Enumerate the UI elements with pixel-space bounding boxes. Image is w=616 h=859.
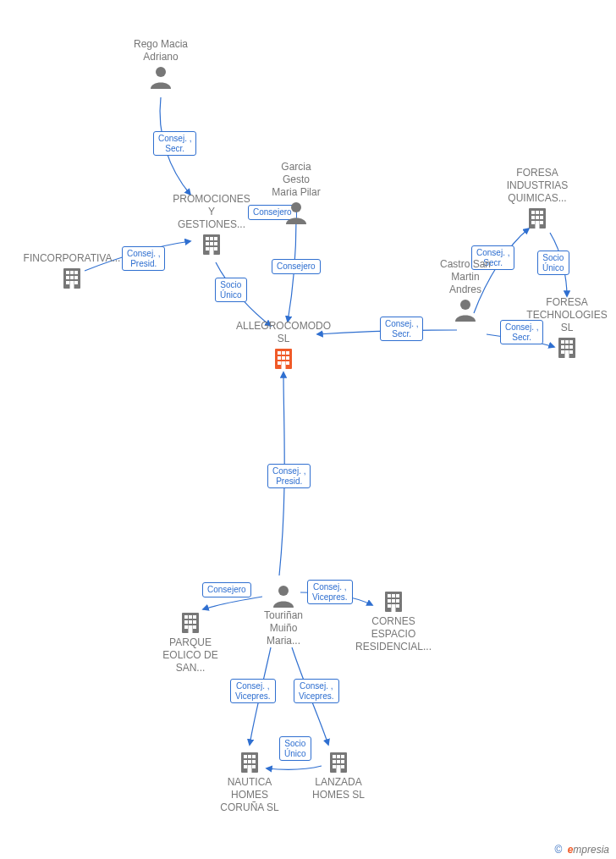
edge-label-rego-promo: Consej. , Secr. bbox=[153, 131, 196, 156]
diagram-canvas: Consej. , Secr. Consejero Consejero Cons… bbox=[0, 0, 616, 859]
node-garcia-gesto[interactable]: Garcia Gesto Maria Pilar bbox=[258, 161, 334, 226]
node-label: Rego Macia Adriano bbox=[118, 38, 203, 63]
node-label: ALLEGROCOMODO SL bbox=[220, 320, 347, 345]
node-allegrocomodo[interactable]: ALLEGROCOMODO SL bbox=[220, 320, 347, 372]
node-label: Touriñan Muiño Maria... bbox=[245, 609, 322, 647]
edge-label-tourinan-nautica: Consej. , Vicepres. bbox=[230, 679, 276, 703]
edge-label-tourinan-parque: Consejero bbox=[202, 582, 251, 597]
copyright-symbol: © bbox=[554, 844, 562, 856]
node-label: PARQUE EOLICO DE SAN... bbox=[148, 636, 233, 675]
edge-label-foresaind-tech: Socio Único bbox=[537, 251, 569, 275]
edge-label-castro-allegro: Consej. , Secr. bbox=[380, 317, 423, 341]
edge-label-promo-allegro: Socio Único bbox=[215, 278, 247, 302]
person-icon bbox=[272, 584, 295, 608]
node-tourinan-muino[interactable]: Touriñan Muiño Maria... bbox=[245, 582, 322, 647]
person-icon bbox=[454, 298, 477, 322]
person-icon bbox=[149, 65, 173, 89]
company-icon bbox=[555, 336, 579, 360]
company-icon bbox=[238, 751, 261, 774]
node-nautica-homes[interactable]: NAUTICA HOMES CORUÑA SL bbox=[207, 749, 292, 814]
node-label: Castro San Martin Andres bbox=[427, 258, 503, 296]
node-cornes-espacio[interactable]: CORNES ESPACIO RESIDENCIAL... bbox=[343, 588, 444, 653]
edge-label-fincorp-promo: Consej. , Presid. bbox=[122, 246, 165, 271]
node-label: CORNES ESPACIO RESIDENCIAL... bbox=[343, 615, 444, 653]
node-foresa-technologies[interactable]: FORESA TECHNOLOGIES SL bbox=[520, 296, 613, 361]
node-promociones-gestiones[interactable]: PROMOCIONES Y GESTIONES... bbox=[165, 193, 258, 258]
node-parque-eolico[interactable]: PARQUE EOLICO DE SAN... bbox=[148, 609, 233, 675]
node-castro-san-martin[interactable]: Castro San Martin Andres bbox=[427, 258, 503, 323]
company-icon bbox=[382, 590, 405, 614]
node-label: NAUTICA HOMES CORUÑA SL bbox=[207, 776, 292, 814]
edge-label-tourinan-lanzada: Consej. , Vicepres. bbox=[294, 679, 339, 703]
company-icon bbox=[327, 751, 350, 774]
company-icon bbox=[200, 233, 223, 256]
node-foresa-industrias[interactable]: FORESA INDUSTRIAS QUIMICAS... bbox=[491, 167, 584, 232]
node-rego-macia-adriano[interactable]: Rego Macia Adriano bbox=[118, 38, 203, 91]
edges-layer bbox=[0, 0, 616, 859]
node-fincorporativa[interactable]: FINCORPORATIVA... bbox=[17, 252, 127, 292]
footer-branding: © empresia bbox=[554, 844, 609, 856]
company-icon bbox=[272, 347, 295, 371]
edge-label-garcia-allegro: Consejero bbox=[272, 259, 321, 274]
node-lanzada-homes[interactable]: LANZADA HOMES SL bbox=[296, 749, 381, 801]
node-label: FORESA TECHNOLOGIES SL bbox=[520, 296, 613, 334]
company-icon bbox=[525, 206, 549, 230]
person-icon bbox=[284, 201, 308, 224]
brand-rest: mpresia bbox=[573, 844, 609, 856]
edge-label-tourinan-allegro: Consej. , Presid. bbox=[267, 464, 311, 488]
node-label: Garcia Gesto Maria Pilar bbox=[258, 161, 334, 199]
company-icon bbox=[179, 611, 202, 635]
node-label: FINCORPORATIVA... bbox=[17, 252, 127, 265]
company-icon bbox=[60, 267, 84, 290]
node-label: LANZADA HOMES SL bbox=[296, 776, 381, 801]
node-label: FORESA INDUSTRIAS QUIMICAS... bbox=[491, 167, 584, 205]
node-label: PROMOCIONES Y GESTIONES... bbox=[165, 193, 258, 231]
